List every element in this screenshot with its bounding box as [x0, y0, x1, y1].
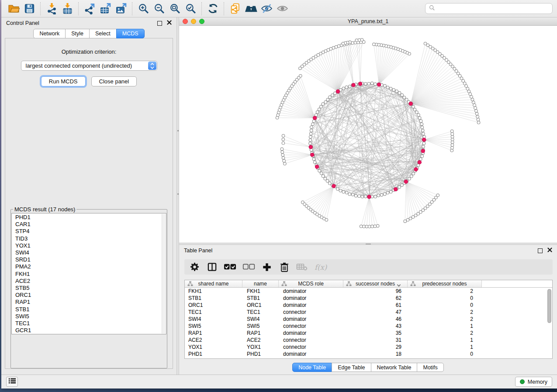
search-input[interactable] — [438, 5, 549, 12]
table-row[interactable]: SWI4SWI4dominator462 — [185, 316, 552, 323]
network-canvas[interactable] — [179, 26, 557, 243]
tab-motifs[interactable]: Motifs — [417, 363, 443, 372]
table-row[interactable]: ORC1ORC1dominator610 — [185, 302, 552, 309]
mcds-result-item[interactable]: SWI5 — [15, 313, 161, 320]
table-cell: 18 — [343, 351, 408, 357]
split-panel-icon[interactable] — [206, 261, 218, 273]
column-label: predecessor nodes — [422, 281, 467, 287]
criterion-select[interactable]: largest connected component (undirected) — [21, 61, 157, 71]
mcds-result-item[interactable]: CAR1 — [15, 221, 161, 228]
mcds-result-item[interactable]: RAP1 — [15, 299, 161, 306]
table-row[interactable]: YOX1YOX1connector291 — [185, 344, 552, 351]
table-cell: YOX1 — [242, 344, 279, 350]
show-all-icon[interactable] — [274, 2, 290, 16]
zoom-out-icon[interactable] — [151, 2, 167, 16]
column-header-name[interactable]: name — [242, 280, 279, 287]
table-row[interactable]: STB1STB1dominator620 — [185, 295, 552, 302]
import-table-icon[interactable] — [59, 2, 75, 16]
mcds-result-item[interactable]: TEC1 — [15, 320, 161, 327]
close-panel-button[interactable]: Close panel — [91, 76, 137, 86]
mcds-result-item[interactable]: ACE2 — [15, 278, 161, 285]
select-all-icon[interactable] — [224, 261, 236, 273]
table-row[interactable]: RAP1RAP1dominator352 — [185, 330, 552, 337]
binoculars-icon[interactable] — [243, 2, 259, 16]
network-window-titlebar[interactable]: YPA_prune.txt_1 — [179, 17, 557, 26]
sort-desc-icon[interactable] — [397, 282, 401, 289]
table-row[interactable]: TEC1TEC1connector472 — [185, 309, 552, 316]
add-column-icon[interactable] — [261, 261, 273, 273]
table-settings-icon[interactable] — [189, 261, 200, 273]
close-panel-icon[interactable] — [167, 20, 172, 26]
tab-network[interactable]: Network — [33, 29, 66, 38]
tree-icon — [346, 281, 352, 288]
zoom-selected-icon[interactable] — [183, 2, 198, 16]
table-scrollbar[interactable] — [547, 289, 551, 323]
mcds-result-item[interactable]: PMA2 — [15, 263, 161, 270]
table-cell: 96 — [343, 288, 408, 294]
mcds-result-title: MCDS result (17 nodes) — [13, 206, 76, 213]
table-row[interactable]: FKH1FKH1dominator962 — [185, 288, 552, 295]
float-panel-icon[interactable] — [157, 21, 162, 26]
tab-select[interactable]: Select — [89, 29, 117, 38]
table-cell: dominator — [279, 330, 343, 336]
mcds-result-item[interactable]: GCR1 — [15, 327, 161, 334]
search-box[interactable] — [425, 3, 553, 14]
memory-status-icon — [520, 379, 525, 384]
table-cell: ORC1 — [242, 302, 279, 308]
task-history-button[interactable] — [6, 377, 18, 387]
mcds-result-item[interactable]: YOX1 — [15, 242, 161, 249]
memory-button[interactable]: Memory — [515, 377, 552, 387]
export-image-icon[interactable] — [113, 2, 129, 16]
tab-mcds[interactable]: MCDS — [116, 29, 145, 38]
tab-network-table[interactable]: Network Table — [371, 363, 418, 372]
table-cell: connector — [279, 309, 343, 315]
column-header-filler — [482, 280, 552, 287]
hide-selected-icon[interactable] — [259, 2, 274, 16]
table-row[interactable]: PHD1PHD1dominator180 — [185, 351, 552, 358]
maximize-window-icon[interactable] — [199, 19, 204, 24]
table-cell: 1 — [408, 337, 482, 343]
close-table-panel-icon[interactable] — [547, 248, 552, 254]
node-table[interactable]: shared namenameMCDS rolesuccessor nodesp… — [184, 280, 553, 359]
zoom-in-icon[interactable] — [135, 2, 151, 16]
column-header-shared-name[interactable]: shared name — [185, 280, 242, 287]
float-table-panel-icon[interactable] — [538, 248, 543, 253]
mcds-result-item[interactable]: STB5 — [15, 285, 161, 292]
minimize-window-icon[interactable] — [191, 19, 196, 24]
save-icon[interactable] — [21, 2, 37, 16]
mcds-result-item[interactable]: ORC1 — [15, 292, 161, 299]
tab-style[interactable]: Style — [65, 29, 90, 38]
mcds-result-item[interactable]: SRD1 — [15, 256, 161, 263]
deselect-all-icon[interactable] — [242, 261, 255, 273]
node-table-body: FKH1FKH1dominator962STB1STB1dominator620… — [185, 288, 552, 358]
export-table-icon[interactable] — [97, 2, 113, 16]
run-mcds-button[interactable]: Run MCDS — [41, 76, 86, 86]
open-folder-icon[interactable] — [6, 2, 21, 16]
mcds-result-item[interactable]: TID3 — [15, 235, 161, 242]
mcds-result-item[interactable]: STP4 — [15, 228, 161, 235]
column-header-MCDS-role[interactable]: MCDS role — [279, 280, 343, 287]
mcds-result-item[interactable]: SWI4 — [15, 249, 161, 256]
table-row[interactable]: SWI5SWI5connector431 — [185, 323, 552, 330]
refresh-icon[interactable] — [205, 2, 221, 16]
duplicate-network-icon[interactable] — [227, 2, 243, 16]
mcds-result-item[interactable]: PHD1 — [15, 214, 161, 221]
mcds-result-item[interactable]: STB1 — [15, 306, 161, 313]
column-header-predecessor-nodes[interactable]: predecessor nodes — [408, 280, 482, 287]
mcds-result-list[interactable]: PHD1CAR1STP4TID3YOX1SWI4SRD1PMA2FKH1ACE2… — [11, 213, 166, 334]
mcds-result-scrollbar[interactable] — [162, 214, 166, 334]
mcds-result-item[interactable]: FKH1 — [15, 271, 161, 278]
network-window: YPA_prune.txt_1 — [179, 17, 557, 243]
close-window-icon[interactable] — [183, 19, 188, 24]
import-network-icon[interactable] — [44, 2, 59, 16]
tab-edge-table[interactable]: Edge Table — [332, 363, 371, 372]
export-network-icon[interactable] — [82, 2, 97, 16]
delete-column-icon[interactable] — [279, 261, 290, 273]
table-row[interactable]: ACE2ACE2connector311 — [185, 337, 552, 344]
column-label: successor nodes — [356, 281, 395, 287]
zoom-fit-icon[interactable] — [167, 2, 183, 16]
column-header-successor-nodes[interactable]: successor nodes — [343, 280, 408, 287]
table-cell: 2 — [408, 330, 482, 336]
tab-node-table[interactable]: Node Table — [292, 363, 332, 372]
main-area: Control Panel NetworkStyleSelectMCDS Opt… — [1, 17, 557, 375]
